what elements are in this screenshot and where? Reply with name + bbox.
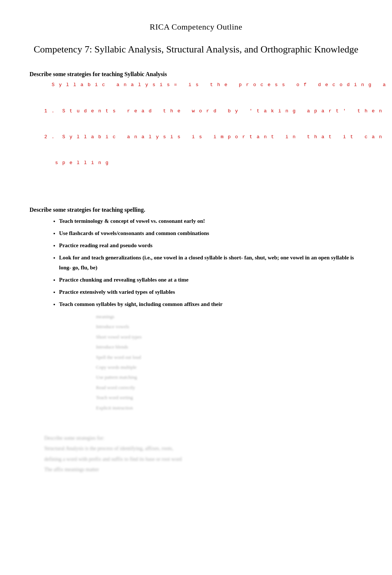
syllabic-item-2b: s p e l l i n g [44, 159, 362, 167]
blurred-footer-line-2: Structural Analysis is the process of id… [44, 445, 362, 453]
spelling-heading: Describe some strategies for teaching sp… [30, 207, 362, 213]
blurred-footer-line-3: defining a word with prefix and suffix t… [44, 455, 362, 463]
spelling-bullet-list: Teach terminology & concept of vowel vs.… [59, 216, 362, 412]
blurred-footer-line-1: Describe some strategies for: [44, 434, 362, 442]
bullet-item-7: Teach common syllables by sight, includi… [59, 299, 362, 412]
blurred-sub-item-10: Explicit instruction [96, 404, 362, 412]
blurred-sub-item-1: meanings [96, 312, 362, 321]
bullet-item-2: Use flashcards of vowels/consonants and … [59, 228, 362, 238]
bullet-item-3: Practice reading real and pseudo words [59, 241, 362, 251]
blurred-sub-item-2: Introduce vowels [96, 322, 362, 331]
spelling-section: Describe some strategies for teaching sp… [30, 207, 362, 412]
blurred-sub-item-9: Teach word sorting [96, 393, 362, 402]
syllabic-intro: S y l l a b i c a n a l y s i s = i s t … [52, 81, 362, 89]
syllabic-item-2: 2 . S y l l a b i c a n a l y s i s i s … [44, 133, 362, 141]
syllabic-section: Describe some strategies for teaching Sy… [30, 71, 362, 184]
blurred-sub-list: meanings Introduce vowels Short vowel wo… [96, 312, 362, 412]
syllabic-item-1: 1 . S t u d e n t s r e a d t h e w o r … [44, 107, 362, 115]
blurred-footer-line-4: The affix meanings matter [44, 466, 362, 474]
competency-title: Competency 7: Syllabic Analysis, Structu… [30, 43, 362, 56]
blurred-sub-item-7: Use pattern matching [96, 373, 362, 381]
bullet-item-6: Practice extensively with varied types o… [59, 287, 362, 297]
blurred-sub-item-6: Copy words multiple [96, 363, 362, 371]
blurred-sub-item-3: Short vowel word types [96, 333, 362, 341]
page-title: RICA Competency Outline [30, 22, 362, 32]
blurred-footer: Describe some strategies for: Structural… [30, 434, 362, 474]
blurred-sub-item-8: Read word correctly [96, 383, 362, 392]
blurred-sub-item-4: Introduce blends [96, 343, 362, 351]
page-wrapper: RICA Competency Outline Competency 7: Sy… [30, 22, 362, 474]
syllabic-heading: Describe some strategies for teaching Sy… [30, 71, 362, 78]
bullet-item-4: Look for and teach generalizations (i.e.… [59, 253, 362, 273]
bullet-item-5: Practice chunking and revealing syllable… [59, 275, 362, 285]
blurred-sub-item-5: Spell the word out loud [96, 353, 362, 361]
syllabic-numbered-list: 1 . S t u d e n t s r e a d t h e w o r … [44, 89, 362, 184]
bullet-item-1: Teach terminology & concept of vowel vs.… [59, 216, 362, 226]
